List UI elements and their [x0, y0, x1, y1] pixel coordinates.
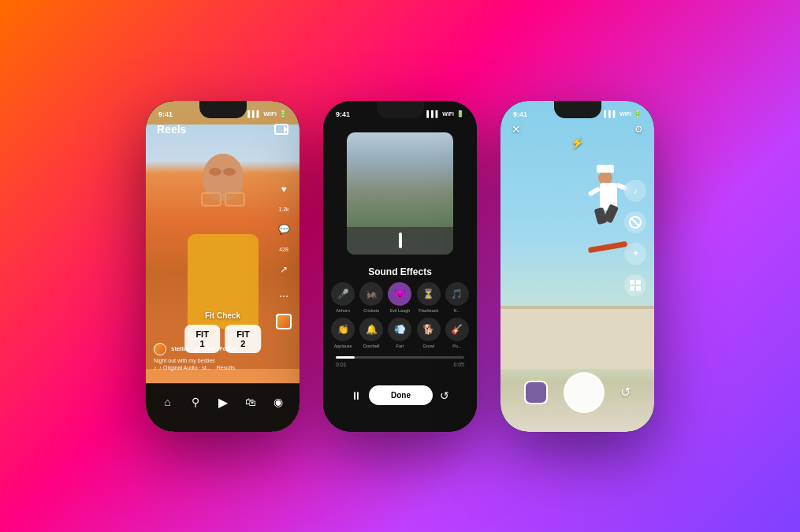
nav-search[interactable]: ⚲	[186, 392, 205, 411]
music-note-icon: ♪	[154, 365, 157, 370]
video-info: stellas_gr00v3 Follow Night out with my …	[154, 343, 268, 370]
comments-count: 428	[279, 247, 288, 252]
nav-shop[interactable]: 🛍	[241, 392, 260, 411]
capture-button[interactable]	[564, 372, 605, 413]
flash-icon[interactable]: ⚡	[571, 136, 584, 149]
more-icon[interactable]: ⋯	[274, 287, 293, 306]
progress-bar[interactable]	[336, 356, 464, 359]
airhorn-label: Airhorn	[336, 308, 350, 313]
fart-icon: 💨	[388, 318, 411, 341]
close-button[interactable]: ✕	[512, 123, 521, 136]
evil-laugh-icon: 😈	[388, 282, 411, 306]
progress-section: 0:01 0:05	[336, 356, 464, 367]
time-start: 0:01	[336, 362, 347, 367]
sound-item-crickets[interactable]: 🦗 Crickets	[359, 282, 383, 313]
applause-label: Applause	[334, 344, 352, 348]
camera-header: ✕ ⚙	[500, 123, 654, 136]
music-tool[interactable]: ♪	[624, 180, 646, 202]
results-label: Results	[217, 365, 235, 370]
heart-icon[interactable]: ♥	[274, 180, 293, 199]
progress-fill	[336, 356, 355, 359]
sound-item-flashback[interactable]: ⏳ Flashback	[417, 282, 441, 313]
comment-icon[interactable]: 💬	[274, 220, 293, 239]
progress-times: 0:01 0:05	[336, 362, 464, 367]
sound-item-doorbell[interactable]: 🔔 Doorbell	[359, 318, 383, 348]
crickets-label: Crickets	[363, 308, 379, 313]
fit-check-label: Fit Check	[184, 311, 262, 320]
status-icons-phone1: ▌▌▌ WiFi 🔋	[247, 110, 287, 117]
phone-reels: 9:41 ▌▌▌ WiFi 🔋 Reels ♥ 1.2k 💬 428 ↗ ⋯	[146, 101, 300, 432]
done-button[interactable]: Done	[369, 385, 433, 405]
svg-rect-0	[630, 280, 634, 285]
more1-label: N...	[454, 308, 461, 313]
camera-icon[interactable]	[274, 124, 288, 135]
status-time-phone1: 9:41	[158, 110, 173, 118]
flip-camera-icon[interactable]: ↺	[620, 385, 631, 400]
road	[347, 227, 453, 255]
status-icons-phone2: ▌▌▌ WiFi 🔋	[426, 110, 464, 117]
more2-label: Po...	[452, 344, 461, 348]
sound-preview	[347, 132, 453, 255]
more1-icon: 🎵	[445, 282, 469, 306]
share-icon[interactable]: ↗	[274, 260, 293, 279]
more2-icon: 🎸	[445, 318, 469, 341]
pause-button[interactable]: ⏸	[351, 389, 362, 402]
caption: Night out with my besties	[154, 358, 268, 363]
sound-item-evil-laugh[interactable]: 😈 Evil Laugh	[388, 282, 411, 313]
status-bar-phone2: 9:41 ▌▌▌ WiFi 🔋	[323, 101, 477, 123]
no-duet-tool[interactable]	[624, 211, 646, 233]
status-bar-phone3: 9:41 ▌▌▌ WiFi 🔋	[500, 101, 654, 123]
evil-laugh-label: Evil Laugh	[390, 308, 411, 313]
nav-profile[interactable]: ◉	[269, 392, 288, 411]
status-bar-phone1: 9:41 ▌▌▌ WiFi 🔋	[146, 101, 300, 123]
time-end: 0:05	[453, 362, 464, 367]
phone-sound-effects: 9:41 ▌▌▌ WiFi 🔋 Sound Effects 🎤 Ai	[323, 101, 477, 432]
flashback-icon: ⏳	[417, 282, 441, 306]
nav-reels[interactable]: ▶	[214, 392, 233, 411]
sound-item-more1[interactable]: 🎵 N...	[445, 282, 469, 313]
audio-thumbnail	[276, 314, 292, 329]
skater-arm-left	[587, 186, 601, 196]
grid-tool[interactable]	[624, 274, 646, 296]
sound-item-more2[interactable]: 🎸 Po...	[445, 318, 469, 348]
hat	[597, 165, 614, 173]
growl-label: Growl	[423, 344, 434, 348]
move-tool[interactable]: ✦	[624, 243, 646, 265]
status-time-phone2: 9:41	[336, 110, 350, 118]
nav-home[interactable]: ⌂	[158, 392, 177, 411]
status-time-phone3: 9:41	[513, 110, 527, 118]
settings-button[interactable]: ⚙	[634, 124, 643, 135]
repeat-button[interactable]: ↺	[440, 389, 449, 402]
phone-camera: 9:41 ▌▌▌ WiFi 🔋 ✕ ⚙ ⚡ ♪	[500, 101, 654, 432]
fart-label: Fart	[396, 344, 404, 348]
flashback-label: Flashback	[419, 308, 438, 313]
preview-image	[347, 132, 453, 255]
audio-row: ♪ ♪ Original Audio · st... Results	[154, 365, 268, 370]
avatar-small	[154, 343, 166, 355]
playback-controls: ⏸ Done ↺	[323, 375, 477, 432]
username: stellas_gr00v3	[171, 345, 214, 352]
sound-item-airhorn[interactable]: 🎤 Airhorn	[331, 282, 355, 313]
reels-header: Reels	[146, 123, 300, 136]
bottom-nav: ⌂ ⚲ ▶ 🛍 ◉	[146, 383, 300, 432]
sound-effects-title: Sound Effects	[323, 266, 477, 277]
reels-title: Reels	[157, 123, 186, 136]
svg-rect-1	[636, 280, 641, 285]
user-row: stellas_gr00v3 Follow	[154, 343, 268, 355]
sound-item-applause[interactable]: 👏 Applause	[331, 318, 355, 348]
follow-button[interactable]: Follow	[219, 346, 236, 352]
status-icons-phone3: ▌▌▌ WiFi 🔋	[604, 110, 642, 117]
likes-count: 1.2k	[278, 206, 288, 212]
svg-rect-3	[636, 286, 641, 291]
camera-controls: ↺	[500, 369, 654, 432]
svg-rect-2	[630, 286, 634, 291]
airhorn-icon: 🎤	[331, 282, 355, 306]
gallery-thumbnail[interactable]	[524, 381, 548, 404]
doorbell-label: Doorbell	[363, 344, 379, 348]
applause-icon: 👏	[331, 318, 355, 341]
right-tools: ♪ ✦	[624, 180, 646, 296]
sound-item-fart[interactable]: 💨 Fart	[388, 318, 411, 348]
audio-label: ♪ Original Audio · st...	[159, 365, 211, 370]
doorbell-icon: 🔔	[359, 318, 383, 341]
sound-item-growl[interactable]: 🐕 Growl	[417, 318, 441, 348]
